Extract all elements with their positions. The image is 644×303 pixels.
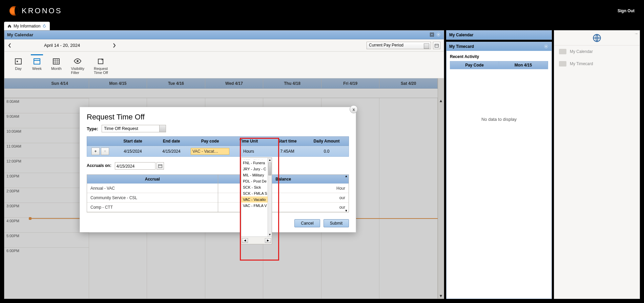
prev-range-button[interactable]	[8, 43, 12, 48]
svg-point-18	[545, 46, 547, 47]
pay-code-option[interactable]: SCK - FMLA S	[241, 190, 272, 196]
start-time-cell[interactable]: 7:45AM	[268, 149, 307, 154]
svg-rect-9	[53, 59, 59, 64]
scroll-down-icon[interactable]: ▼	[345, 209, 348, 212]
start-date-cell[interactable]: 4/15/2024	[113, 149, 152, 154]
svg-rect-3	[435, 44, 439, 47]
calendar-scrollbar[interactable]: ▲ ▼	[438, 98, 444, 299]
month-view-button[interactable]: Month	[51, 57, 62, 75]
day-header-fri: Fri 4/19	[321, 78, 380, 88]
type-select[interactable]: Time Off Request	[102, 125, 166, 132]
next-range-button[interactable]	[112, 43, 116, 48]
gear-icon[interactable]	[543, 44, 549, 49]
accruals-date-input[interactable]: 4/15/2024	[115, 162, 155, 170]
tab-label: My Information	[14, 24, 40, 29]
tab-my-information[interactable]: My Information	[4, 22, 50, 30]
type-field-label: Type:	[87, 126, 98, 131]
time-column: 8:00AM 9:00AM 10:00AM 11:00AM 12:00PM 1:…	[4, 98, 31, 299]
pay-code-cell[interactable]: VAC - Vacat…	[191, 148, 229, 155]
visibility-filter-button[interactable]: Visibility Filter	[71, 57, 85, 75]
calendar-picker-button[interactable]	[433, 42, 440, 49]
top-bar: KRONOS Sign Out	[0, 0, 644, 22]
scroll-down-icon[interactable]: ▼	[438, 293, 444, 299]
request-table-header: Start date End date Pay code Time Unit S…	[87, 136, 349, 146]
view-button-bar: Day Week Month Visibility Filter Request…	[4, 52, 444, 78]
svg-point-2	[438, 34, 439, 35]
pay-period-select[interactable]: Current Pay Period	[367, 42, 431, 49]
accrual-balance-table: Accrual Annual - VAC Community Service -…	[87, 174, 349, 212]
scroll-up-icon[interactable]: ▲	[345, 174, 348, 178]
refresh-icon[interactable]	[42, 24, 46, 28]
cancel-button[interactable]: Cancel	[294, 219, 320, 227]
eye-icon	[73, 57, 82, 65]
end-date-cell[interactable]: 4/15/2024	[152, 149, 191, 154]
scroll-left-icon[interactable]: ◀	[242, 238, 248, 243]
scroll-right-icon[interactable]: ▶	[265, 238, 271, 243]
day-header-sat: Sat 4/20	[379, 78, 438, 88]
scroll-thumb[interactable]	[268, 163, 271, 175]
svg-rect-0	[430, 33, 434, 36]
quick-link-calendar[interactable]: My Calendar	[554, 45, 640, 58]
week-view-button[interactable]: Week	[32, 57, 42, 75]
request-icon	[97, 57, 105, 65]
daily-amount-cell[interactable]: 0.0	[307, 149, 347, 154]
request-table-row[interactable]: + × 4/15/2024 4/15/2024 VAC - Vacat… Hou…	[87, 146, 349, 157]
month-icon	[52, 57, 61, 65]
panel-title: My Calendar	[7, 32, 33, 37]
accrual-column-header: Accrual	[87, 175, 218, 184]
sign-out-link[interactable]: Sign Out	[618, 8, 635, 13]
collapse-arrow-icon[interactable]: →	[634, 31, 638, 36]
no-data-message: No data to display	[450, 69, 548, 122]
pay-code-option[interactable]: MIL - Military	[241, 172, 272, 178]
brand-name: KRONOS	[22, 6, 62, 15]
day-header-sun: Sun 4/14	[31, 78, 89, 88]
calendar-shortcut-icon	[559, 49, 566, 54]
tab-strip: My Information	[0, 22, 644, 30]
gear-icon[interactable]	[436, 32, 441, 37]
week-icon	[33, 57, 41, 65]
remove-row-button[interactable]: ×	[101, 148, 109, 155]
right-column: My Calendar My Timecard Recent Activity …	[446, 30, 552, 299]
pay-code-option[interactable]: SCK - Sick	[241, 184, 272, 190]
popout-icon[interactable]	[429, 32, 435, 37]
accrual-row: Annual - VAC	[87, 184, 218, 193]
dropdown-hscroll[interactable]: ◀ ▶	[241, 236, 272, 244]
svg-point-14	[77, 60, 79, 62]
quick-link-timecard[interactable]: My Timecard	[554, 58, 640, 70]
day-header-thu: Thu 4/18	[263, 78, 321, 88]
pay-code-dropdown[interactable]: CTT - FMLA FNL - Funera JRY - Jury - C M…	[241, 157, 272, 244]
scroll-up-icon[interactable]: ▲	[268, 158, 272, 162]
home-icon	[7, 24, 12, 28]
scroll-up-icon[interactable]: ▲	[438, 98, 444, 103]
submit-button[interactable]: Submit	[324, 219, 349, 227]
mini-calendar-title: My Calendar	[449, 33, 473, 37]
balance-column-header: Balance	[218, 175, 349, 184]
pay-code-option[interactable]: PDL - Post De	[241, 178, 272, 184]
accrual-scrollbar[interactable]: ▲ ▼	[343, 174, 349, 212]
day-header-mon: Mon 4/15	[89, 78, 147, 88]
globe-icon[interactable]	[592, 33, 602, 43]
day-header-tue: Tue 4/16	[147, 78, 205, 88]
workspace: My Calendar April 14 - 20, 2024 Current …	[4, 30, 640, 299]
accrual-row: Comp - CTT	[87, 203, 218, 212]
dropdown-vscroll[interactable]: ▲ ▼	[268, 158, 272, 236]
dialog-title: Request Time Off	[80, 107, 356, 125]
pay-code-option[interactable]: FNL - Funera	[241, 160, 272, 166]
pay-code-option[interactable]: VAC - FMLA V	[241, 203, 272, 209]
timecard-shortcut-icon	[559, 61, 566, 67]
pay-code-option[interactable]: JRY - Jury - C	[241, 166, 272, 172]
request-time-off-dialog: x Request Time Off Type: Time Off Reques…	[80, 107, 356, 232]
timecard-panel: My Timecard Recent Activity Pay Code Mon…	[446, 42, 552, 299]
scroll-down-icon[interactable]: ▼	[268, 232, 272, 236]
day-view-button[interactable]: Day	[14, 57, 23, 75]
time-unit-cell[interactable]: Hours	[229, 149, 268, 154]
add-row-button[interactable]: +	[91, 148, 100, 155]
day-icon	[14, 57, 23, 65]
pay-code-option-selected[interactable]: VAC - Vacatio	[241, 196, 272, 203]
accrual-row: Community Service - CSL	[87, 193, 218, 203]
close-dialog-button[interactable]: x	[350, 105, 358, 113]
accruals-date-picker-button[interactable]	[157, 162, 164, 170]
request-time-off-button[interactable]: Request Time Off	[94, 57, 108, 75]
balance-row: our	[218, 203, 349, 212]
quick-links-panel: → My Calendar My Timecard	[554, 30, 640, 299]
